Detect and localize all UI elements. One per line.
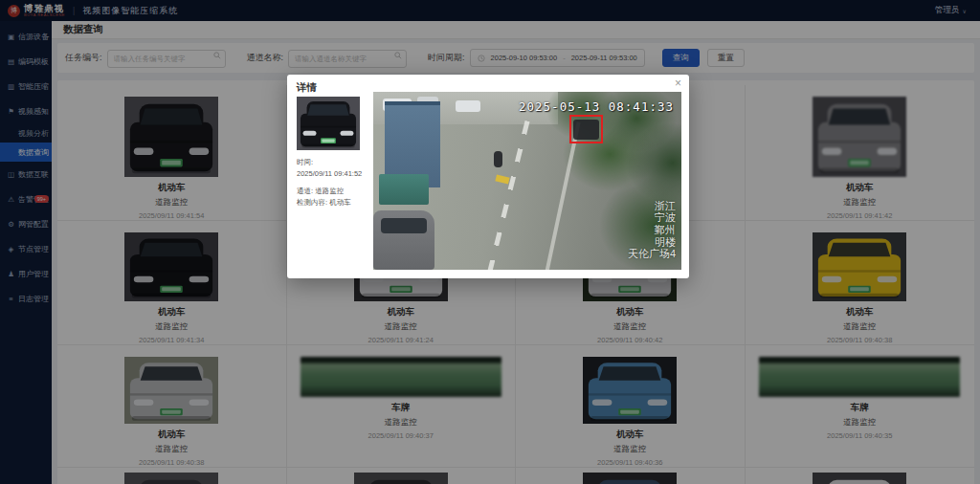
detail-thumbnail bbox=[297, 97, 360, 150]
modal-body: 时间: 2025/09/11 09:41:52 通道: 道路监控 检测内容: 机… bbox=[287, 98, 689, 278]
watermark-line: 明楼 bbox=[628, 236, 676, 249]
photo-vehicle bbox=[456, 100, 480, 112]
modal-title: 详情 bbox=[297, 81, 317, 95]
detail-channel: 通道: 道路监控 bbox=[297, 186, 368, 197]
close-icon[interactable]: × bbox=[675, 77, 681, 89]
photo-parked-suv bbox=[373, 210, 434, 270]
detection-box bbox=[569, 115, 603, 143]
surveillance-photo: 2025-05-13 08:41:33 浙江宁波鄞州明楼天伦广场4 bbox=[373, 92, 681, 270]
detail-info: 时间: 2025/09/11 09:41:52 通道: 道路监控 检测内容: 机… bbox=[297, 157, 368, 209]
detail-time-label: 时间: bbox=[297, 157, 368, 168]
watermark-line: 浙江 bbox=[628, 200, 676, 212]
watermark-bottom: 天伦广场4 bbox=[628, 248, 676, 260]
photo-dumpsters bbox=[379, 174, 429, 205]
photo-timestamp: 2025-05-13 08:41:33 bbox=[519, 99, 674, 114]
watermark-line: 鄞州 bbox=[628, 224, 676, 236]
detail-content: 检测内容: 机动车 bbox=[297, 197, 368, 209]
detected-car bbox=[573, 120, 599, 140]
detail-time-value: 2025/09/11 09:41:52 bbox=[297, 168, 368, 180]
detail-modal: 详情 × 时间: 2025/09/11 09:41:52 通道: 道路监控 检测… bbox=[287, 75, 689, 278]
app-root: 博 博雅鼎视 BOYA REALSCENE | 视频图像智能压缩系统 管理员 ∨… bbox=[0, 0, 980, 484]
photo-scooter-rider bbox=[494, 151, 502, 167]
watermark-line: 宁波 bbox=[628, 211, 676, 224]
photo-watermark: 浙江宁波鄞州明楼天伦广场4 bbox=[628, 200, 676, 260]
detail-sidebar: 时间: 2025/09/11 09:41:52 通道: 道路监控 检测内容: 机… bbox=[297, 97, 368, 209]
